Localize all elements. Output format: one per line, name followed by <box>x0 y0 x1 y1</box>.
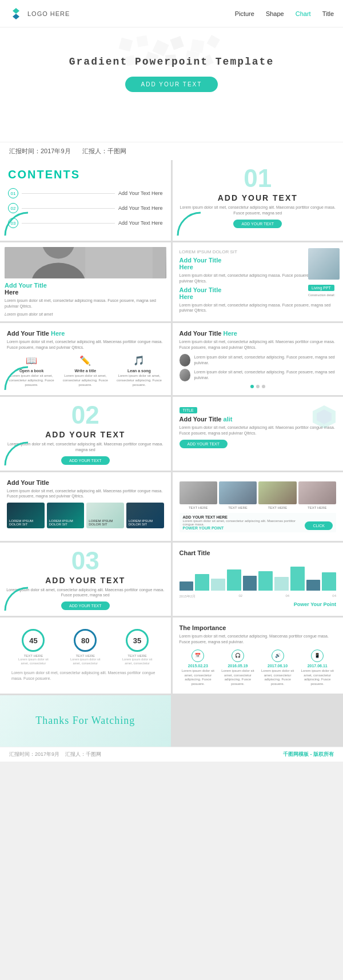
slide-importance: The Importance Lorem ipsum dolor sit met… <box>173 618 344 694</box>
header: LOGO HERE Picture Shape Chart Title <box>0 0 343 27</box>
photo-col-3: TEXT HERE <box>258 481 296 509</box>
music-icon: 🎵 <box>133 355 145 366</box>
mini-card-text-2: LOREM IPSUM DOLOR SIT <box>49 519 82 526</box>
photo-label-2: TEXT HERE <box>219 506 257 509</box>
feature-item-3: 🎵 Lean a song Lorem ipsum dolor sit amet… <box>114 355 163 387</box>
profile-text-2: Lorem ipsum dolor sit amet, consectetur … <box>194 369 336 381</box>
slide-thanks: Thanks For Watching <box>0 695 171 747</box>
stat-desc-1: Lorem ipsum dolor sit amet, consectetur <box>18 658 49 666</box>
timeline-item-2: 🎧 2016.05.19 Lorem ipsum dolor sit amet,… <box>219 650 257 687</box>
x-label-3: 04 <box>285 594 289 599</box>
profiles-body: Lorem ipsum dolor sit met, consectetur a… <box>180 339 337 350</box>
slide-contents: CONTENTS 01 Add Your Text Here 02 Add Yo… <box>0 160 171 241</box>
stat-desc-3: Lorem ipsum dolor sit amet, consectetur <box>122 658 153 666</box>
slide-03: 03 ADD YOUR TEXT Lorem ipsum dolor sit a… <box>0 543 171 616</box>
timeline-desc-2: Lorem ipsum dolor sit amet, consectetur … <box>219 669 257 687</box>
tag-button[interactable]: ADD YOUR TEXT <box>180 440 228 448</box>
slide-02: 02 ADD YOUR TEXT Lorem ipsum dolor sit m… <box>0 397 171 471</box>
hero-slide: Gradient Powerpoint Template ADD YOUR TE… <box>0 27 343 142</box>
bar-2 <box>195 574 209 591</box>
thanks-text: Thanks For Watching <box>35 715 135 727</box>
svg-rect-16 <box>85 247 153 278</box>
footer-info: 汇报时间：2017年9月 汇报人：千图网 <box>9 751 101 758</box>
contents-item-1: 01 Add Your Text Here <box>8 188 163 198</box>
contents-label-1: Add Your Text Here <box>118 190 162 196</box>
stats-extra-text: Lorem ipsum dolor sit met, consectetur a… <box>7 670 164 682</box>
cards-body: Lorem ipsum dolor sit met, consectetur a… <box>7 488 164 500</box>
x-label-4: 04 <box>332 594 336 599</box>
profile-avatar-2 <box>180 369 191 381</box>
importance-title: The Importance <box>180 624 337 631</box>
stat-desc-2: Lorem ipsum dolor sit amet, consectetur <box>70 658 101 666</box>
slide-title-tag: TITLE Add Your Title alit Lorem ipsum do… <box>173 397 344 471</box>
bar-5 <box>243 576 257 591</box>
nav-picture[interactable]: Picture <box>235 10 254 17</box>
contents-line-3 <box>22 223 115 224</box>
stat-3: 35 TEXT HERE Lorem ipsum dolor sit amet,… <box>122 629 153 666</box>
contents-label-3: Add Your Text Here <box>118 220 162 226</box>
photo-person-img <box>5 247 166 278</box>
nav-shape[interactable]: Shape <box>266 10 284 17</box>
stat-num-3: 35 <box>133 636 141 645</box>
mini-card-text-4: LOREM IPSUM DOLOR SIT <box>129 519 162 526</box>
arc-02 <box>2 440 31 468</box>
bar-3 <box>211 579 225 591</box>
stats-row: 45 TEXT HERE Lorem ipsum dolor sit amet,… <box>7 624 164 670</box>
four-photos-button[interactable]: CLICK <box>305 521 333 530</box>
slides-grid: CONTENTS 01 Add Your Text Here 02 Add Yo… <box>0 160 343 747</box>
x-label-1: 2015年2月 <box>180 594 196 599</box>
bottom-sub: POWER YOUR POINT <box>183 526 301 530</box>
hero-cta-button[interactable]: ADD YOUR TEXT <box>125 77 218 92</box>
bottom-body: Lorem ipsum dolor sit amet, consectetur … <box>183 519 301 526</box>
bar-7 <box>274 577 289 590</box>
mini-cards: LOREM IPSUM DOLOR SIT LOREM IPSUM DOLOR … <box>7 503 164 528</box>
logo-icon <box>9 7 23 21</box>
feature-desc-2: Lorem ipsum dolor sit amet, consectetur … <box>61 374 110 387</box>
timeline-icon-1: 📅 <box>192 650 204 662</box>
slide-dots <box>180 385 337 388</box>
photo-label-4: TEXT HERE <box>298 506 336 509</box>
chart-title: Chart Title <box>180 549 337 556</box>
chart-bars <box>180 559 337 593</box>
svg-rect-5 <box>170 36 184 50</box>
photo-img-2 <box>219 481 257 504</box>
logo-text: LOGO HERE <box>27 10 70 17</box>
features-title: Add Your Title Here <box>7 330 164 337</box>
slide-text-profiles: Add Your Title Here Lorem ipsum dolor si… <box>173 323 344 395</box>
mini-card-text-3: LOREM IPSUM DOLOR SIT <box>89 519 122 526</box>
slide-add-title-cards: Add Your Title Lorem ipsum dolor sit met… <box>0 472 171 541</box>
nav-chart[interactable]: Chart <box>296 10 311 17</box>
features-subtitle: Lorem ipsum dolor sit met, consectetur a… <box>7 339 164 350</box>
photo-person-box <box>5 247 166 278</box>
photo-label-1: TEXT HERE <box>180 506 217 509</box>
arc-01 <box>175 210 204 238</box>
hex-decoration <box>310 403 338 431</box>
arc-features <box>2 364 31 393</box>
slide-01-number: 01 <box>178 166 338 191</box>
slide-03-button[interactable]: ADD YOUR TEXT <box>61 601 110 610</box>
slide-01-button[interactable]: ADD YOUR TEXT <box>233 220 282 228</box>
stat-num-2: 80 <box>81 636 89 645</box>
tag-label: TITLE <box>180 407 197 413</box>
timeline-icon-3: 🔊 <box>272 650 284 662</box>
timeline-date-2: 2016.05.19 <box>219 664 257 668</box>
profile-text-1: Lorem ipsum dolor sit amet, consectetur … <box>194 354 336 366</box>
contents-title: CONTENTS <box>8 168 163 181</box>
nav-title[interactable]: Title <box>322 10 334 17</box>
slide-four-photos: TEXT HERE TEXT HERE TEXT HERE TEXT HERE … <box>173 472 344 541</box>
timeline-desc-3: Lorem ipsum dolor sit amet, consectetur … <box>259 669 297 687</box>
bar-6 <box>258 571 273 591</box>
slide-multi-title: LOREM IPSUM DOLOR SIT Add Your Title Her… <box>173 242 344 321</box>
contents-line-1 <box>22 193 115 194</box>
slide-01: 01 ADD YOUR TEXT Lorem ipsum dolor sit m… <box>173 160 344 241</box>
feature-desc-3: Lorem ipsum dolor sit amet, consectetur … <box>114 374 163 387</box>
photo-slide-body: Lorem ipsum dolor sit met, consectetur a… <box>5 298 166 309</box>
svg-rect-2 <box>119 38 133 51</box>
timeline-date-4: 2017.06.11 <box>298 664 336 668</box>
svg-rect-6 <box>190 39 204 53</box>
contents-num-1: 01 <box>8 188 18 198</box>
slide-02-button[interactable]: ADD YOUR TEXT <box>61 456 110 465</box>
timeline-desc-4: Lorem ipsum dolor sit amet, consectetur … <box>298 669 336 687</box>
photo-col-4: TEXT HERE <box>298 481 336 509</box>
photo-label-3: TEXT HERE <box>258 506 296 509</box>
